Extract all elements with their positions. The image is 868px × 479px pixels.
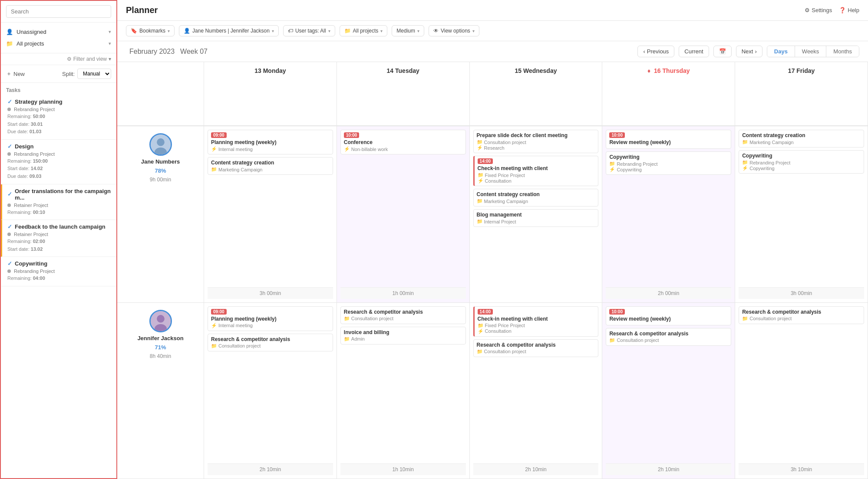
calendar-icon-button[interactable]: 📅 [713, 46, 732, 57]
chevron-down-icon: ▾ [109, 29, 111, 35]
calendar-area: 13 Monday 14 Tuesday 15 Wednesday ♦ 16 T… [117, 62, 868, 479]
eye-icon: 👁 [433, 28, 439, 34]
user-tags-button[interactable]: 🏷 User tags: All ▾ [283, 25, 335, 36]
tab-days[interactable]: Days [767, 46, 795, 57]
task-item[interactable]: ✓ Design Rebranding Project Remaining: 1… [1, 140, 116, 184]
event-card[interactable]: Research & competitor analysis 📁Consulta… [208, 334, 333, 351]
day-total-jennifer-thu: 2h 10min [606, 463, 731, 475]
caret-icon: ▾ [417, 29, 419, 33]
caret-icon: ▾ [380, 29, 383, 33]
event-card[interactable]: Research & competitor analysis 📁Consulta… [739, 306, 864, 324]
col-header-mon: 13 Monday [204, 62, 337, 126]
day-cell-jennifer-thu: 10:00 Review meeting (weekly) Research &… [602, 303, 735, 479]
event-card[interactable]: 14:00 Check-in meeting with client 📁Fixe… [473, 306, 599, 337]
tab-months[interactable]: Months [826, 46, 859, 57]
tab-weeks[interactable]: Weeks [795, 46, 827, 57]
today-indicator: ♦ [647, 67, 650, 74]
filter-label: Filter and view [73, 56, 107, 62]
folder-icon: 📁 [477, 139, 483, 145]
event-card[interactable]: 09:00 Planning meeting (weekly) ⚡Interna… [208, 306, 333, 331]
check-icon: ✓ [7, 98, 12, 105]
bookmarks-button[interactable]: 🔖 Bookmarks ▾ [126, 25, 175, 36]
event-card[interactable]: Research & competitor analysis 📁Consulta… [606, 328, 731, 346]
lightning-icon: ⚡ [478, 328, 484, 334]
tasks-section-label: Tasks [1, 83, 116, 95]
all-projects-button[interactable]: 📁 All projects ▾ [340, 25, 388, 36]
event-card[interactable]: 10:00 Review meeting (weekly) [606, 130, 731, 149]
project-dot [7, 108, 11, 111]
task-item[interactable]: ✓ Feedback to the launch campaign Retain… [1, 220, 116, 257]
task-project-text: Retainer Project [14, 232, 48, 237]
task-item[interactable]: ✓ Strategy planning Rebranding Project R… [1, 95, 116, 140]
tag-icon: 🏷 [288, 28, 293, 34]
person-time-jane: 9h 00min [150, 177, 171, 183]
project-dot [7, 152, 11, 156]
help-link[interactable]: ❓ Help [839, 7, 859, 13]
lightning-icon: ⚡ [742, 165, 748, 171]
folder-icon: 📁 [742, 139, 748, 145]
event-card[interactable]: Content strategy creation 📁Marketing Cam… [208, 157, 333, 175]
sidebar: 👤 Unassigned ▾ 📁 All projects ▾ ⚙ Filter… [0, 0, 117, 479]
current-button[interactable]: Current [679, 46, 709, 57]
project-dot [7, 233, 11, 236]
check-icon: ✓ [7, 223, 12, 230]
all-projects-row[interactable]: 📁 All projects ▾ [6, 38, 111, 49]
filter-icon: ⚙ [67, 56, 72, 62]
lightning-icon: ⚡ [477, 145, 483, 151]
task-project-text: Rebranding Project [14, 151, 55, 157]
unassigned-section: 👤 Unassigned ▾ 📁 All projects ▾ [1, 23, 116, 53]
event-card[interactable]: 10:00 Review meeting (weekly) [606, 306, 731, 325]
person-jane: Jane Numbers 78% 9h 00min [117, 126, 204, 302]
folder-icon: 📁 [344, 28, 351, 34]
event-time: 14:00 [478, 158, 493, 164]
event-card[interactable]: 14:00 Check-in meeting with client 📁Fixe… [473, 156, 599, 186]
folder-icon: 📁 [742, 316, 748, 322]
day-total-jennifer-fri: 3h 10min [739, 463, 864, 475]
event-card[interactable]: Content strategy creation 📁Marketing Cam… [739, 130, 864, 148]
event-time: 10:00 [344, 132, 360, 138]
col-header-thu: ♦ 16 Thursday [602, 62, 735, 126]
event-card[interactable]: 09:00 Planning meeting (weekly) ⚡Interna… [208, 130, 333, 154]
next-button[interactable]: Next › [736, 46, 762, 57]
previous-button[interactable]: ‹ Previous [637, 46, 674, 57]
event-card[interactable]: Prepare slide deck for client meeting 📁C… [473, 130, 599, 153]
task-title-text: Copywriting [15, 260, 47, 267]
task-title-text: Design [15, 143, 33, 150]
filter-row[interactable]: ⚙ Filter and view ▾ [1, 53, 116, 65]
search-input[interactable] [6, 5, 111, 18]
lightning-icon: ⚡ [478, 178, 484, 184]
day-cell-jennifer-fri: Research & competitor analysis 📁Consulta… [735, 303, 868, 479]
event-card[interactable]: Copywriting 📁Rebranding Project ⚡Copywri… [739, 150, 864, 174]
avatar-jennifer [149, 310, 172, 332]
unassigned-row[interactable]: 👤 Unassigned ▾ [6, 26, 111, 38]
person-jennifer: Jennifer Jackson 71% 8h 40min [117, 303, 204, 479]
event-card[interactable]: Copywriting 📁Rebranding Project ⚡Copywri… [606, 151, 731, 175]
view-options-button[interactable]: 👁 View options ▾ [429, 25, 479, 36]
person-name-jennifer: Jennifer Jackson [137, 335, 183, 341]
folder-icon: 📁 [609, 161, 615, 167]
user-filter-button[interactable]: 👤 Jane Numbers | Jennifer Jackson ▾ [179, 25, 279, 36]
day-cell-jane-wed: Prepare slide deck for client meeting 📁C… [470, 126, 603, 302]
split-select[interactable]: Manual [77, 69, 111, 79]
event-card[interactable]: Research & competitor analysis 📁Consulta… [340, 306, 466, 324]
task-item[interactable]: ✓ Order translations for the campaign m.… [1, 184, 116, 220]
event-card[interactable]: Content strategy creation 📁Marketing Cam… [473, 189, 599, 207]
top-bar: Planner ⚙ Settings ❓ Help [117, 0, 868, 21]
new-label: New [13, 71, 25, 77]
folder-icon: 📁 [344, 316, 350, 322]
check-icon: ✓ [7, 191, 12, 197]
event-card[interactable]: Research & competitor analysis 📁Consulta… [473, 339, 599, 357]
day-total-jennifer-wed: 2h 10min [473, 463, 599, 475]
person-name-jane: Jane Numbers [141, 158, 180, 165]
event-card[interactable]: 10:00 Conference ⚡Non-billable work [340, 130, 466, 154]
bookmark-icon: 🔖 [131, 28, 137, 34]
event-card[interactable]: Invoice and billing 📁Admin [340, 327, 466, 344]
chevron-filter-icon: ▾ [109, 56, 111, 62]
medium-button[interactable]: Medium ▾ [392, 25, 424, 36]
event-card[interactable]: Blog management 📁Internal Project [473, 209, 599, 227]
task-title-text: Strategy planning [15, 98, 63, 105]
task-item[interactable]: ✓ Copywriting Rebranding Project Remaini… [1, 257, 116, 286]
new-button[interactable]: ＋ New [6, 70, 25, 78]
settings-link[interactable]: ⚙ Settings [805, 7, 832, 13]
caret-icon: ▾ [472, 29, 475, 33]
